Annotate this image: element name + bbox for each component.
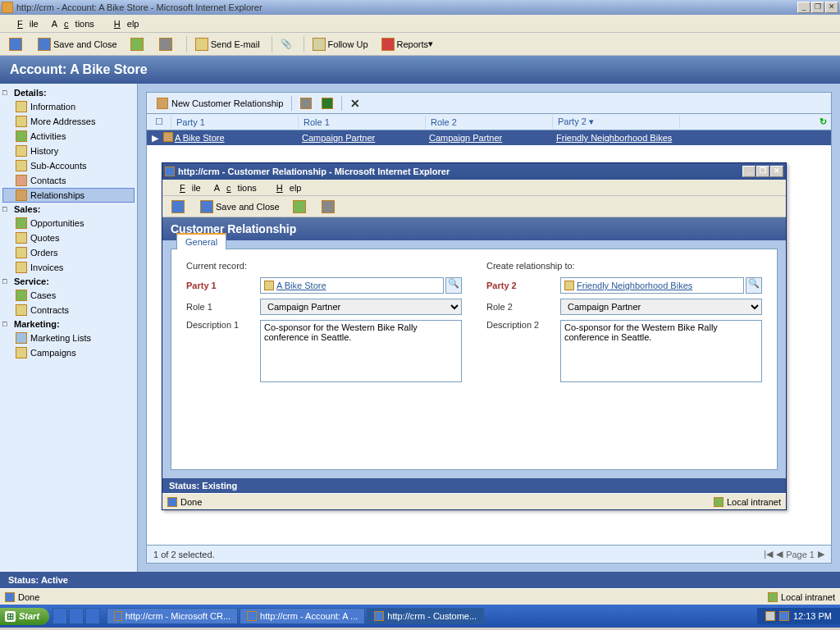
row-role2-link[interactable]: Campaign Partner bbox=[429, 133, 502, 143]
follow-up-button[interactable]: Follow Up bbox=[308, 36, 373, 52]
popup-close-button[interactable]: ✕ bbox=[770, 166, 783, 177]
ql-outlook-icon[interactable] bbox=[85, 608, 100, 624]
tray-icon[interactable] bbox=[779, 611, 789, 621]
grid-select-all[interactable]: ☐ bbox=[147, 115, 171, 129]
system-tray[interactable]: 12:13 PM bbox=[757, 608, 840, 624]
start-button[interactable]: ⊞Start bbox=[0, 608, 49, 625]
ie-statusbar: Done Local intranet bbox=[0, 588, 840, 605]
taskbar-task-1[interactable]: http://crm - Microsoft CR... bbox=[107, 608, 238, 624]
grid-col-party1[interactable]: Party 1 bbox=[171, 116, 299, 129]
print-grid-button[interactable] bbox=[295, 96, 317, 111]
desc1-textarea[interactable] bbox=[260, 320, 462, 382]
row-indicator-icon: ▶ bbox=[147, 131, 158, 145]
menu-help[interactable]: Help bbox=[101, 17, 146, 30]
label-role2: Role 2 bbox=[486, 302, 560, 312]
row-party1-link[interactable]: A Bike Store bbox=[175, 133, 225, 143]
window-title: http://crm - Account: A Bike Store - Mic… bbox=[16, 2, 262, 12]
sidebar-item-contacts[interactable]: Contacts bbox=[2, 173, 135, 188]
page-prev-button[interactable]: ◀ bbox=[776, 549, 783, 559]
label-party2: Party 2 bbox=[486, 281, 560, 290]
send-email-button[interactable]: Send E-mail bbox=[190, 36, 265, 52]
party2-link[interactable]: Friendly Neighborhood Bikes bbox=[577, 281, 692, 290]
sidebar-item-more-addresses[interactable]: More Addresses bbox=[2, 114, 135, 129]
ql-desktop-icon[interactable] bbox=[52, 608, 67, 624]
desc2-textarea[interactable] bbox=[560, 320, 762, 382]
print-button[interactable] bbox=[154, 36, 180, 52]
save-button[interactable] bbox=[4, 36, 30, 52]
row-role1-link[interactable]: Campaign Partner bbox=[302, 133, 375, 143]
grid-col-role1[interactable]: Role 1 bbox=[299, 116, 426, 129]
page-next-button[interactable]: ▶ bbox=[818, 549, 824, 559]
zone-text: Local intranet bbox=[781, 592, 835, 602]
status-done: Done bbox=[18, 592, 39, 602]
popup-print-button[interactable] bbox=[317, 199, 342, 215]
party2-lookup-button[interactable]: 🔍 bbox=[746, 277, 762, 294]
sidebar-item-orders[interactable]: Orders bbox=[2, 245, 135, 260]
taskbar-task-2[interactable]: http://crm - Account: A ... bbox=[240, 608, 365, 624]
sidebar-group-sales[interactable]: Sales: bbox=[2, 203, 135, 216]
page-first-button[interactable]: |◀ bbox=[764, 549, 773, 559]
sidebar-item-history[interactable]: History bbox=[2, 144, 135, 158]
ie-icon bbox=[167, 497, 177, 507]
sidebar-group-details[interactable]: Details: bbox=[2, 86, 135, 99]
minimize-button[interactable]: _ bbox=[797, 2, 810, 13]
sidebar-group-service[interactable]: Service: bbox=[2, 275, 135, 288]
sidebar-item-opportunities[interactable]: Opportunities bbox=[2, 216, 135, 231]
sidebar-item-cases[interactable]: Cases bbox=[2, 288, 135, 303]
popup-save-button[interactable] bbox=[167, 199, 192, 215]
sidebar-item-relationships[interactable]: Relationships bbox=[2, 188, 135, 203]
sidebar-item-campaigns[interactable]: Campaigns bbox=[2, 345, 135, 360]
popup-menu-file[interactable]: File bbox=[167, 181, 208, 194]
zone-icon bbox=[714, 497, 724, 507]
ql-ie-icon[interactable] bbox=[69, 608, 84, 624]
sidebar: Details: Information More Addresses Acti… bbox=[0, 84, 138, 572]
sidebar-item-contracts[interactable]: Contracts bbox=[2, 303, 135, 317]
grid-header: ☐ Party 1 Role 1 Role 2 Party 2 ▾ ↻ bbox=[147, 114, 831, 130]
popup-save-close-button[interactable]: Save and Close bbox=[195, 199, 285, 215]
tab-general[interactable]: General bbox=[176, 233, 226, 249]
section-create-relationship: Create relationship to: bbox=[486, 261, 762, 271]
party1-lookup-button[interactable]: 🔍 bbox=[445, 277, 462, 294]
role1-select[interactable]: Campaign Partner bbox=[260, 299, 462, 315]
reports-dropdown[interactable]: Reports ▾ bbox=[377, 36, 439, 52]
party1-link[interactable]: A Bike Store bbox=[276, 281, 326, 290]
export-excel-button[interactable] bbox=[317, 96, 338, 111]
popup-zone-text: Local intranet bbox=[727, 497, 781, 507]
save-and-close-button[interactable]: Save and Close bbox=[33, 36, 122, 52]
attach-button[interactable]: 📎 bbox=[276, 37, 297, 51]
taskbar-task-3[interactable]: http://crm - Custome... bbox=[367, 608, 484, 624]
popup-status-done: Done bbox=[180, 497, 202, 507]
role2-select[interactable]: Campaign Partner bbox=[560, 299, 762, 315]
page-indicator: Page 1 bbox=[786, 550, 815, 559]
popup-menu-actions[interactable]: Actions bbox=[208, 181, 263, 194]
popup-save-new-button[interactable] bbox=[288, 199, 313, 215]
row-party2-link[interactable]: Friendly Neighborhood Bikes bbox=[556, 133, 672, 143]
new-relationship-button[interactable]: New Customer Relationship bbox=[152, 96, 288, 111]
tray-icon[interactable] bbox=[765, 611, 775, 621]
menu-actions[interactable]: Actions bbox=[45, 17, 101, 30]
grid-col-party2[interactable]: Party 2 ▾ bbox=[553, 115, 680, 129]
sidebar-group-marketing[interactable]: Marketing: bbox=[2, 317, 135, 331]
sidebar-item-quotes[interactable]: Quotes bbox=[2, 231, 135, 245]
grid-refresh-button[interactable]: ↻ bbox=[815, 116, 831, 127]
ie-icon bbox=[165, 167, 175, 176]
menu-file[interactable]: File bbox=[4, 17, 45, 30]
save-new-button[interactable] bbox=[126, 36, 151, 52]
popup-window: http://crm - Customer Relationship - Mic… bbox=[162, 162, 787, 510]
sidebar-item-sub-accounts[interactable]: Sub-Accounts bbox=[2, 158, 135, 173]
popup-minimize-button[interactable]: _ bbox=[742, 166, 756, 177]
clock[interactable]: 12:13 PM bbox=[793, 611, 832, 621]
popup-menu-help[interactable]: Help bbox=[263, 181, 308, 194]
sidebar-item-marketing-lists[interactable]: Marketing Lists bbox=[2, 331, 135, 345]
grid-col-role2[interactable]: Role 2 bbox=[426, 116, 553, 129]
page-title-banner: Account: A Bike Store bbox=[0, 56, 840, 84]
sidebar-item-invoices[interactable]: Invoices bbox=[2, 260, 135, 275]
label-party1: Party 1 bbox=[186, 281, 260, 290]
delete-button[interactable]: ✕ bbox=[345, 95, 365, 112]
sidebar-item-activities[interactable]: Activities bbox=[2, 129, 135, 144]
sidebar-item-information[interactable]: Information bbox=[2, 99, 135, 114]
restore-button[interactable]: ❐ bbox=[811, 2, 824, 13]
popup-restore-button[interactable]: ❐ bbox=[756, 166, 769, 177]
grid-row-selected[interactable]: ▶ A Bike Store Campaign Partner Campaign… bbox=[147, 130, 831, 145]
close-button[interactable]: ✕ bbox=[825, 2, 838, 13]
